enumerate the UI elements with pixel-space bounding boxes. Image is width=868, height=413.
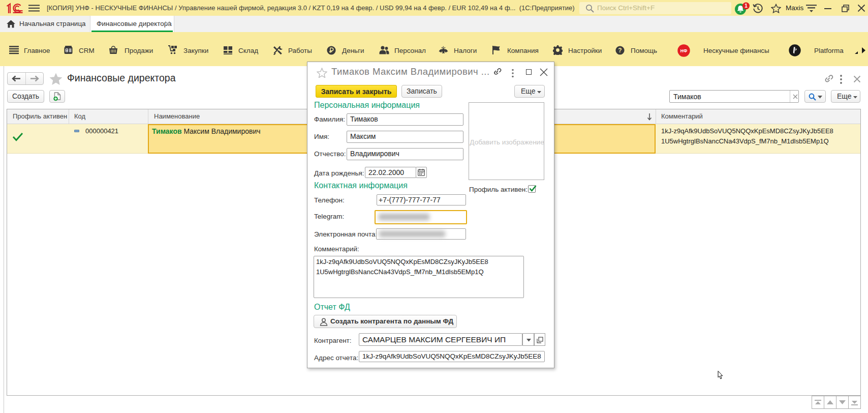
svg-text:НФ: НФ [680, 48, 687, 53]
svg-text:?: ? [618, 47, 622, 54]
svg-text:1: 1 [745, 3, 748, 9]
